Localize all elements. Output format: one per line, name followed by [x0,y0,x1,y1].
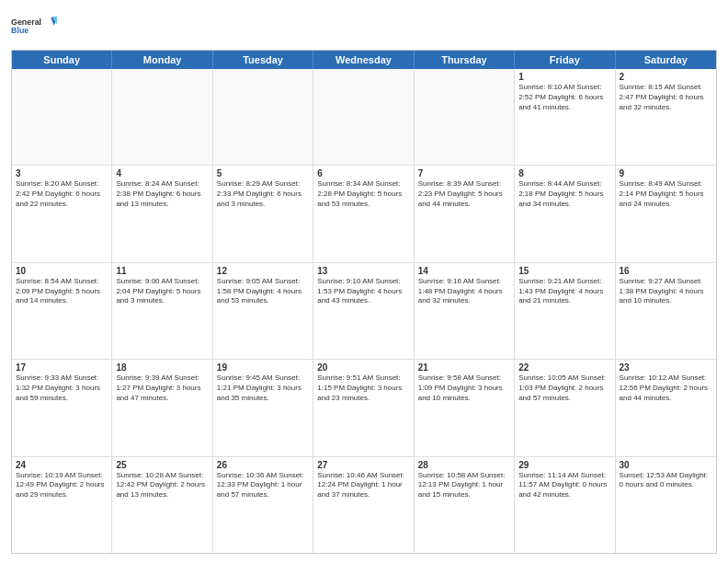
header-day-thursday: Thursday [415,51,515,69]
day-number: 30 [620,460,712,470]
calendar-cell-3-4: 13Sunrise: 9:10 AM Sunset: 1:53 PM Dayli… [313,263,414,359]
day-number: 21 [418,362,510,373]
day-detail: Sunrise: 9:33 AM Sunset: 1:32 PM Dayligh… [16,373,108,403]
header-day-friday: Friday [515,51,615,69]
calendar-cell-2-5: 7Sunrise: 8:39 AM Sunset: 2:23 PM Daylig… [415,166,515,261]
calendar-cell-5-4: 27Sunrise: 10:46 AM Sunset: 12:24 PM Day… [313,457,414,553]
logo-svg: General Blue [11,9,57,44]
header-day-sunday: Sunday [12,51,112,69]
calendar-cell-2-2: 4Sunrise: 8:24 AM Sunset: 2:38 PM Daylig… [112,166,212,261]
calendar-cell-3-6: 15Sunrise: 9:21 AM Sunset: 1:43 PM Dayli… [515,263,615,359]
calendar-cell-4-6: 22Sunrise: 10:05 AM Sunset: 1:03 PM Dayl… [515,360,615,455]
day-number: 26 [217,460,309,470]
calendar-cell-2-6: 8Sunrise: 8:44 AM Sunset: 2:18 PM Daylig… [515,166,615,261]
day-detail: Sunrise: 8:10 AM Sunset: 2:52 PM Dayligh… [518,83,610,112]
calendar-cell-2-1: 3Sunrise: 8:20 AM Sunset: 2:42 PM Daylig… [12,166,112,261]
day-number: 29 [518,460,610,470]
calendar-row-3: 10Sunrise: 8:54 AM Sunset: 2:09 PM Dayli… [12,263,716,360]
day-number: 8 [518,168,610,178]
day-detail: Sunrise: 8:49 AM Sunset: 2:14 PM Dayligh… [620,179,712,209]
calendar-body: 1Sunrise: 8:10 AM Sunset: 2:52 PM Daylig… [12,69,716,553]
day-detail: Sunrise: 8:15 AM Sunset: 2:47 PM Dayligh… [620,83,712,112]
day-number: 6 [317,168,409,178]
calendar-cell-5-1: 24Sunrise: 10:19 AM Sunset: 12:49 PM Day… [12,457,112,553]
calendar-cell-5-5: 28Sunrise: 10:58 AM Sunset: 12:13 PM Day… [415,457,515,553]
day-number: 20 [317,362,409,373]
day-number: 25 [116,460,208,470]
day-number: 24 [16,460,108,470]
day-detail: Sunrise: 8:44 AM Sunset: 2:18 PM Dayligh… [518,179,610,209]
header-day-tuesday: Tuesday [213,51,313,69]
day-number: 17 [16,362,108,373]
day-detail: Sunrise: 9:16 AM Sunset: 1:48 PM Dayligh… [418,277,510,306]
day-number: 4 [116,168,208,178]
calendar-cell-1-6: 1Sunrise: 8:10 AM Sunset: 2:52 PM Daylig… [515,69,615,165]
calendar-cell-3-2: 11Sunrise: 9:00 AM Sunset: 2:04 PM Dayli… [112,263,212,359]
day-number: 7 [418,168,510,178]
svg-text:Blue: Blue [11,26,28,35]
calendar-cell-1-4 [313,69,414,165]
day-detail: Sunrise: 9:39 AM Sunset: 1:27 PM Dayligh… [116,373,208,403]
calendar-cell-1-7: 2Sunrise: 8:15 AM Sunset: 2:47 PM Daylig… [616,69,716,165]
calendar-cell-5-3: 26Sunrise: 10:36 AM Sunset: 12:33 PM Day… [213,457,313,553]
calendar-cell-5-2: 25Sunrise: 10:28 AM Sunset: 12:42 PM Day… [112,457,212,553]
day-number: 22 [518,362,610,373]
calendar-cell-2-3: 5Sunrise: 8:29 AM Sunset: 2:33 PM Daylig… [213,166,313,261]
day-number: 2 [620,72,712,82]
day-number: 19 [217,362,309,373]
calendar-row-5: 24Sunrise: 10:19 AM Sunset: 12:49 PM Day… [12,457,716,553]
day-number: 27 [317,460,409,470]
day-number: 1 [518,72,610,82]
calendar-cell-3-5: 14Sunrise: 9:16 AM Sunset: 1:48 PM Dayli… [415,263,515,359]
day-detail: Sunrise: 10:12 AM Sunset: 12:56 PM Dayli… [620,373,712,403]
calendar-cell-3-1: 10Sunrise: 8:54 AM Sunset: 2:09 PM Dayli… [12,263,112,359]
calendar-cell-3-3: 12Sunrise: 9:05 AM Sunset: 1:58 PM Dayli… [213,263,313,359]
day-number: 13 [317,266,409,276]
calendar-cell-1-2 [112,69,212,165]
calendar: SundayMondayTuesdayWednesdayThursdayFrid… [11,50,717,554]
day-detail: Sunrise: 8:54 AM Sunset: 2:09 PM Dayligh… [16,277,108,306]
day-number: 28 [418,460,510,470]
calendar-cell-4-2: 18Sunrise: 9:39 AM Sunset: 1:27 PM Dayli… [112,360,212,455]
day-detail: Sunrise: 11:14 AM Sunset: 11:57 AM Dayli… [518,471,610,500]
calendar-cell-4-1: 17Sunrise: 9:33 AM Sunset: 1:32 PM Dayli… [12,360,112,455]
day-detail: Sunrise: 8:29 AM Sunset: 2:33 PM Dayligh… [217,179,309,209]
day-number: 12 [217,266,309,276]
day-number: 23 [620,362,712,373]
calendar-row-1: 1Sunrise: 8:10 AM Sunset: 2:52 PM Daylig… [12,69,716,166]
day-number: 3 [16,168,108,178]
calendar-header: SundayMondayTuesdayWednesdayThursdayFrid… [12,51,716,69]
logo: General Blue [11,9,57,44]
day-detail: Sunrise: 8:39 AM Sunset: 2:23 PM Dayligh… [418,179,510,209]
day-detail: Sunrise: 10:05 AM Sunset: 1:03 PM Daylig… [518,373,610,403]
calendar-cell-4-4: 20Sunrise: 9:51 AM Sunset: 1:15 PM Dayli… [313,360,414,455]
day-number: 16 [620,266,712,276]
day-detail: Sunrise: 8:24 AM Sunset: 2:38 PM Dayligh… [116,179,208,209]
page-header: General Blue [11,9,717,44]
day-detail: Sunrise: 9:21 AM Sunset: 1:43 PM Dayligh… [518,277,610,306]
calendar-cell-3-7: 16Sunrise: 9:27 AM Sunset: 1:38 PM Dayli… [616,263,716,359]
day-detail: Sunrise: 8:34 AM Sunset: 2:28 PM Dayligh… [317,179,409,209]
day-number: 18 [116,362,208,373]
day-detail: Sunrise: 10:36 AM Sunset: 12:33 PM Dayli… [217,471,309,500]
day-detail: Sunrise: 9:58 AM Sunset: 1:09 PM Dayligh… [418,373,510,403]
header-day-wednesday: Wednesday [313,51,414,69]
day-detail: Sunrise: 9:45 AM Sunset: 1:21 PM Dayligh… [217,373,309,403]
calendar-cell-2-7: 9Sunrise: 8:49 AM Sunset: 2:14 PM Daylig… [616,166,716,261]
calendar-cell-2-4: 6Sunrise: 8:34 AM Sunset: 2:28 PM Daylig… [313,166,414,261]
day-detail: Sunrise: 10:28 AM Sunset: 12:42 PM Dayli… [116,471,208,500]
calendar-row-2: 3Sunrise: 8:20 AM Sunset: 2:42 PM Daylig… [12,166,716,262]
day-number: 10 [16,266,108,276]
day-detail: Sunrise: 10:58 AM Sunset: 12:13 PM Dayli… [418,471,510,500]
day-number: 5 [217,168,309,178]
calendar-cell-4-3: 19Sunrise: 9:45 AM Sunset: 1:21 PM Dayli… [213,360,313,455]
day-detail: Sunrise: 9:27 AM Sunset: 1:38 PM Dayligh… [620,277,712,306]
svg-text:General: General [11,17,41,27]
day-detail: Sunrise: 9:51 AM Sunset: 1:15 PM Dayligh… [317,373,409,403]
calendar-cell-5-7: 30Sunset: 12:53 AM Daylight: 0 hours and… [616,457,716,553]
calendar-cell-5-6: 29Sunrise: 11:14 AM Sunset: 11:57 AM Day… [515,457,615,553]
day-detail: Sunset: 12:53 AM Daylight: 0 hours and 0… [620,471,712,491]
header-day-monday: Monday [112,51,212,69]
day-detail: Sunrise: 10:19 AM Sunset: 12:49 PM Dayli… [16,471,108,500]
calendar-cell-4-7: 23Sunrise: 10:12 AM Sunset: 12:56 PM Day… [616,360,716,455]
